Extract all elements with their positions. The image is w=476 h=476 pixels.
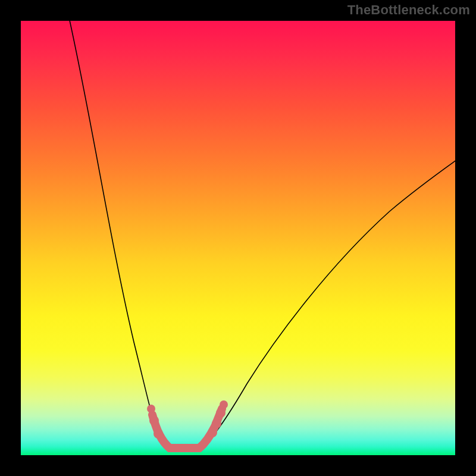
watermark-text: TheBottleneck.com xyxy=(347,2,470,18)
bottleneck-curve-left xyxy=(68,21,171,449)
marker-dot xyxy=(154,429,163,439)
marker-dot xyxy=(216,408,226,418)
curve-layer xyxy=(21,21,455,455)
chart-frame: TheBottleneck.com xyxy=(0,0,476,476)
marker-dot xyxy=(208,428,217,437)
marker-dot xyxy=(220,400,228,409)
plot-area xyxy=(21,21,455,455)
bottleneck-curve-right xyxy=(201,159,455,449)
marker-dot xyxy=(149,416,159,425)
marker-dot xyxy=(212,419,221,428)
marker-dot xyxy=(147,405,155,413)
